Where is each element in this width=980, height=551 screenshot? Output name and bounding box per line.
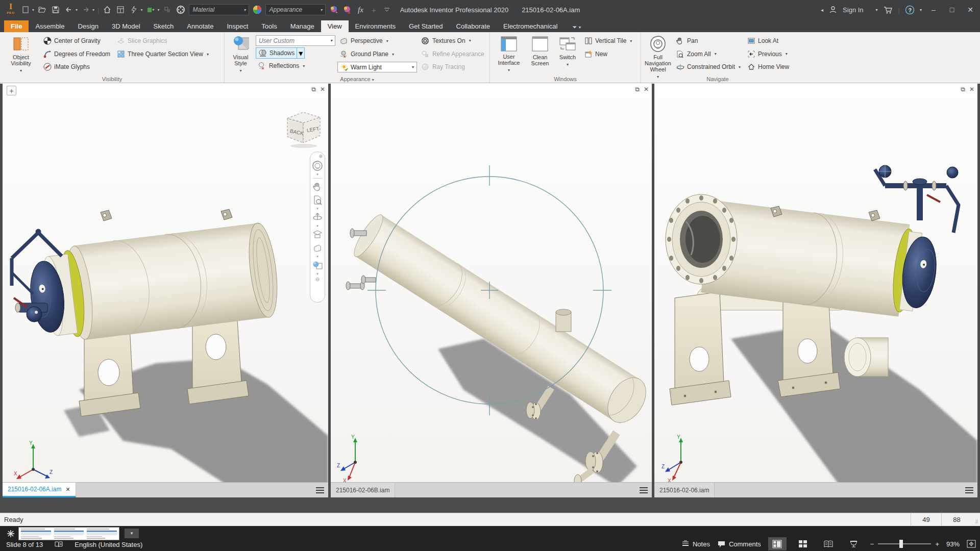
language-indicator[interactable]: English (United States)	[75, 541, 142, 548]
navbar-zoom-icon[interactable]	[311, 194, 324, 206]
tab-assemble[interactable]: Assemble	[29, 20, 71, 32]
three-quarter-section-button[interactable]: Three Quarter Section View▾	[114, 47, 211, 61]
model-canvas-right[interactable]: Y Z X	[654, 84, 977, 497]
tab-sketch[interactable]: Sketch	[147, 20, 181, 32]
update-dropdown[interactable]: ▾	[140, 8, 142, 12]
fx-parameters-icon[interactable]: fx	[355, 5, 365, 15]
switch-button[interactable]: Switch▾	[554, 34, 581, 73]
reading-view-button[interactable]	[819, 537, 838, 550]
zoom-in-icon[interactable]: +	[935, 540, 939, 548]
slice-graphics-button[interactable]: Slice Graphics	[114, 34, 211, 47]
tab-manage[interactable]: Manage	[284, 20, 321, 32]
refine-appearance-button[interactable]: Refine Appearance	[419, 47, 486, 61]
slide-thumbnail-strip[interactable]	[18, 527, 119, 540]
parameters-window-icon[interactable]	[115, 5, 126, 15]
navbar-pan-icon[interactable]	[311, 181, 324, 193]
component-dropdown[interactable]: ▾	[157, 8, 159, 12]
material-select[interactable]: Material▾	[189, 4, 249, 15]
redo-dropdown[interactable]: ▾	[92, 8, 94, 12]
navbar-look-at-icon[interactable]	[311, 229, 324, 241]
textures-on-button[interactable]: Textures On▾	[419, 34, 486, 47]
viewport-close-icon[interactable]: ✕	[644, 86, 649, 93]
render-wheel-icon[interactable]	[176, 5, 186, 15]
update-lightning-icon[interactable]	[129, 5, 139, 15]
fit-to-window-icon[interactable]	[967, 540, 976, 548]
doc-tab[interactable]: 215016-02-06B.iam	[331, 483, 395, 497]
tab-tools[interactable]: Tools	[255, 20, 283, 32]
model-canvas-middle[interactable]: Y Z X	[331, 84, 652, 497]
degrees-of-freedom-button[interactable]: Degrees of Freedom	[41, 47, 112, 61]
new-window-button[interactable]: New	[582, 47, 634, 61]
new-file-icon[interactable]	[20, 5, 31, 15]
navbar-perspective-icon[interactable]	[311, 242, 324, 254]
ribbon-collapse-icon[interactable]: ⏷ ▾	[569, 22, 584, 32]
navbar-minimize-icon[interactable]: ⊖	[315, 277, 320, 282]
tab-collaborate[interactable]: Collaborate	[450, 20, 497, 32]
viewport-close-icon[interactable]: ✕	[969, 86, 974, 93]
ground-plane-button[interactable]: x Ground Plane▾	[337, 47, 417, 61]
navbar-close-icon[interactable]: ⊗	[318, 154, 323, 159]
tab-file[interactable]: File	[4, 20, 29, 32]
comments-button[interactable]: Comments	[717, 540, 761, 548]
redo-icon[interactable]	[81, 5, 91, 15]
panel-collapse-arrow-icon[interactable]: ◂	[821, 7, 823, 13]
doc-menu-icon[interactable]	[965, 487, 973, 493]
doc-tab[interactable]: 215016-02-06A.iam ✕	[3, 483, 76, 497]
tab-get-started[interactable]: Get Started	[402, 20, 449, 32]
help-icon[interactable]: ?	[905, 5, 915, 15]
tab-environments[interactable]: Environments	[349, 20, 402, 32]
look-at-button[interactable]: Look At	[745, 34, 791, 47]
imate-glyphs-button[interactable]: iMate Glyphs	[41, 60, 112, 73]
viewport-restore-icon[interactable]: ⧉	[635, 86, 640, 93]
thumbnail-dropdown-button[interactable]: ▼	[125, 529, 139, 538]
doc-menu-icon[interactable]	[640, 487, 648, 493]
previous-view-button[interactable]: Previous▾	[745, 47, 791, 61]
tab-inspect[interactable]: Inspect	[220, 20, 255, 32]
perspective-button[interactable]: Perspective▾	[337, 34, 417, 47]
doc-tab[interactable]: 215016-02-06.iam	[654, 483, 715, 497]
tab-3d-model[interactable]: 3D Model	[105, 20, 147, 32]
doc-tab-close-icon[interactable]: ✕	[65, 486, 70, 493]
visual-style-button[interactable]: Visual Style▾	[227, 34, 255, 73]
viewport-right[interactable]: Y Z X ⧉ ✕ 215016-02-06.iam	[654, 84, 977, 497]
spellcheck-icon[interactable]	[54, 540, 63, 548]
full-navigation-wheel-button[interactable]: Full Navigation Wheel▾	[643, 34, 673, 73]
ray-tracing-button[interactable]: Ray Tracing	[419, 60, 486, 73]
save-icon[interactable]	[51, 5, 61, 15]
constrained-orbit-button[interactable]: Constrained Orbit▾	[674, 60, 743, 73]
cart-icon[interactable]	[883, 5, 893, 14]
clean-screen-button[interactable]: Clean Screen	[526, 34, 554, 73]
component-icon[interactable]	[145, 5, 156, 15]
user-interface-button[interactable]: User Interface▾	[492, 34, 526, 73]
viewcube[interactable]: BACK LEFT	[281, 105, 325, 149]
tab-annotate[interactable]: Annotate	[180, 20, 220, 32]
viewport-restore-icon[interactable]: ⧉	[961, 86, 965, 93]
viewport-restore-icon[interactable]: ⧉	[311, 86, 316, 93]
notes-button[interactable]: Notes	[681, 540, 710, 548]
clear-appearance-icon[interactable]: x	[342, 5, 352, 15]
undo-icon[interactable]	[64, 5, 74, 15]
qat-add-icon[interactable]: +	[369, 5, 379, 15]
appearance-select[interactable]: Appearance▾	[265, 4, 326, 15]
reflections-button[interactable]: x Reflections▾	[256, 59, 335, 72]
viewport-close-icon[interactable]: ✕	[320, 86, 325, 93]
doc-menu-icon[interactable]	[316, 487, 324, 493]
slide-sorter-view-button[interactable]	[794, 537, 812, 550]
adjust-appearance-icon[interactable]: +	[329, 5, 339, 15]
zoom-slider[interactable]: − +	[870, 540, 939, 548]
shadows-button[interactable]: Shadows ▾	[256, 47, 335, 59]
panel-label-appearance[interactable]: Appearance ▾	[225, 76, 489, 82]
minimize-button[interactable]: –	[927, 6, 940, 14]
color-wheel-icon[interactable]	[252, 5, 262, 15]
tab-view[interactable]: View	[321, 20, 349, 32]
navbar-visual-style-icon[interactable]	[311, 259, 324, 271]
zoom-out-icon[interactable]: −	[870, 540, 874, 548]
zoom-slider-thumb[interactable]	[899, 540, 903, 548]
tab-design[interactable]: Design	[71, 20, 105, 32]
style-preset-select[interactable]: User Custom▾	[256, 35, 335, 46]
lighting-select[interactable]: Warm Light▾	[337, 62, 417, 72]
help-dropdown[interactable]: ▾	[920, 8, 922, 12]
sign-in-button[interactable]: Sign In	[843, 6, 863, 14]
object-visibility-button[interactable]: Object Visibility▾	[2, 34, 40, 73]
open-icon[interactable]	[37, 5, 47, 15]
